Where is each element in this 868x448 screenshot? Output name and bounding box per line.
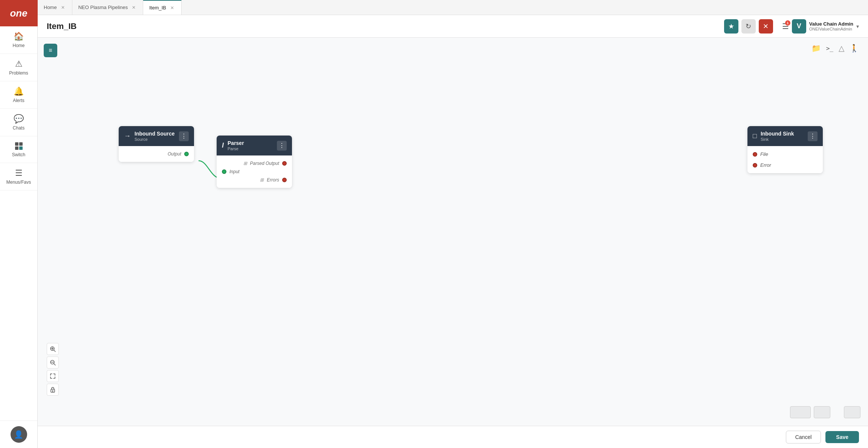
errors-label: Errors [267,177,279,183]
inbound-source-body: Output [119,146,194,162]
canvas-top-right: 📁 >_ △ 🚶 [811,44,859,53]
folder-icon-button[interactable]: 📁 [811,44,821,53]
header-menu: ☰ 1 V Value Chain Admin ONEIValueChainAd… [782,19,859,34]
inbound-sink-node: □ Inbound Sink Sink ⋮ File Error [747,126,823,173]
error-label: Error [760,162,771,168]
parser-errors-port: ⊞ Errors [222,176,287,184]
avatar-icon: 👤 [14,430,23,439]
header-actions: ★ ↻ ✕ [724,19,773,34]
user-info: Value Chain Admin ONEIValueChainAdmin [809,21,853,31]
footer-bar: Cancel Save [38,426,868,448]
inbound-sink-menu-button[interactable]: ⋮ [808,131,818,141]
inbound-sink-header: □ Inbound Sink Sink ⋮ [747,126,823,146]
tab-neo[interactable]: NEO Plasma Pipelines ✕ [72,0,144,15]
parser-header: I Parser Parse ⋮ [217,136,292,155]
fit-to-screen-button[interactable] [47,370,59,382]
input-label: Input [229,169,240,174]
parser-node: I Parser Parse ⋮ ⊞ Parsed Output Input [217,136,292,188]
svg-line-5 [54,350,55,352]
output-label: Output [168,151,181,157]
errors-dot[interactable] [282,178,287,182]
sidebar-label-home: Home [12,43,24,48]
sidebar-label-menus: Menus/Favs [6,180,31,185]
warning-icon: ⚠ [15,59,23,69]
sink-file-port: File [753,150,818,158]
sidebar-item-switch[interactable]: Switch [0,136,37,163]
tab-bar: Home ✕ NEO Plasma Pipelines ✕ Item_IB ✕ [38,0,868,15]
file-port-dot[interactable] [753,152,757,157]
inbound-sink-subtitle: Sink [761,137,804,142]
tab-home-close[interactable]: ✕ [60,5,66,11]
tab-item-ib-close[interactable]: ✕ [169,5,175,11]
user-initial: V [797,22,801,30]
inbound-source-arrow-icon: → [124,132,131,140]
tab-item-ib[interactable]: Item_IB ✕ [143,0,182,15]
zoom-controls [47,343,59,396]
parser-title: Parser [228,140,273,146]
sidebar-item-alerts[interactable]: 🔔 Alerts [0,81,37,109]
sidebar-bottom: 👤 [0,421,37,448]
terminal-icon-button[interactable]: >_ [826,45,833,52]
app-logo[interactable]: one [0,0,38,26]
notification-badge: 1 [785,20,790,26]
sink-error-port: Error [753,161,818,169]
user-chevron[interactable]: ▾ [856,23,859,29]
parser-parsed-output-port: ⊞ Parsed Output [222,159,287,168]
sidebar-label-switch: Switch [12,152,25,157]
page-title: Item_IB [47,21,718,31]
tab-neo-close[interactable]: ✕ [131,5,137,11]
favorite-button[interactable]: ★ [724,19,738,34]
sidebar-item-problems[interactable]: ⚠ Problems [0,54,37,81]
close-button[interactable]: ✕ [759,19,773,34]
sink-square-icon: □ [753,132,757,140]
minimap-box-3 [844,406,860,418]
svg-rect-2 [15,146,18,150]
switch-icon [14,142,23,151]
home-icon: 🏠 [14,32,24,41]
error-port-dot[interactable] [753,163,757,168]
parsed-output-dot[interactable] [282,161,287,166]
tab-home[interactable]: Home ✕ [38,0,72,15]
errors-grid-icon: ⊞ [260,177,264,183]
tab-item-ib-label: Item_IB [149,5,166,11]
user-avatar-header[interactable]: V [792,19,806,34]
sidebar-label-chats: Chats [13,125,24,131]
bell-icon: 🔔 [14,87,24,96]
file-label: File [760,151,768,157]
svg-rect-0 [15,142,18,146]
parser-cursor-icon: I [222,142,224,149]
cancel-button[interactable]: Cancel [786,431,821,443]
canvas-list-button[interactable]: ≡ [44,44,57,57]
save-button[interactable]: Save [825,431,859,443]
svg-rect-3 [19,146,23,150]
svg-rect-1 [19,142,23,146]
user-avatar[interactable]: 👤 [11,426,27,443]
tab-home-label: Home [44,5,57,10]
page-header: Item_IB ★ ↻ ✕ ☰ 1 V Value Chain Admin ON… [38,15,868,38]
menu-with-notification[interactable]: ☰ 1 [782,22,789,31]
refresh-button[interactable]: ↻ [741,19,756,34]
inbound-source-header: → Inbound Source Source ⋮ [119,126,194,146]
tab-neo-label: NEO Plasma Pipelines [78,5,128,10]
zoom-in-button[interactable] [47,343,59,355]
minimap-area [790,406,860,418]
parsed-output-label: Parsed Output [250,161,279,166]
parser-menu-button[interactable]: ⋮ [277,141,287,151]
warning-triangle-button[interactable]: △ [839,44,844,53]
sidebar: one 🏠 Home ⚠ Problems 🔔 Alerts 💬 Chats S… [0,0,38,448]
input-port-dot[interactable] [222,169,226,174]
inbound-source-menu-button[interactable]: ⋮ [179,131,189,141]
output-port-dot[interactable] [184,152,189,156]
person-icon-button[interactable]: 🚶 [850,44,859,53]
chat-icon: 💬 [14,114,24,124]
sidebar-item-chats[interactable]: 💬 Chats [0,109,37,136]
inbound-source-node: → Inbound Source Source ⋮ Output [119,126,194,162]
lock-button[interactable] [47,384,59,396]
svg-line-9 [54,364,55,365]
sidebar-item-home[interactable]: 🏠 Home [0,26,37,54]
inbound-source-output-port: Output [124,150,189,158]
sidebar-item-menus[interactable]: ☰ Menus/Favs [0,163,37,190]
zoom-out-button[interactable] [47,357,59,369]
user-name: Value Chain Admin [809,21,853,27]
minimap-box-2 [814,406,830,418]
